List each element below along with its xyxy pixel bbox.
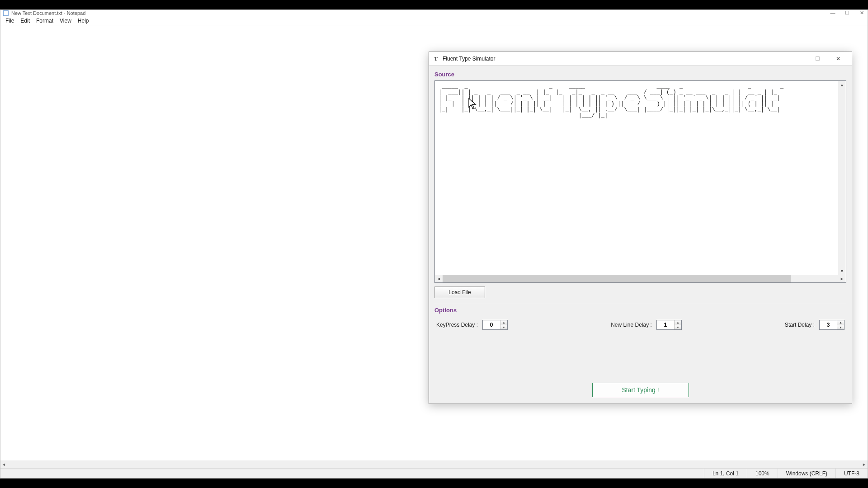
maximize-button[interactable]: ☐ [844, 10, 850, 16]
dialog-app-icon: T [433, 56, 439, 62]
newline-delay-group: New Line Delay : ▲ ▼ [611, 320, 682, 330]
close-button[interactable]: ✕ [859, 10, 865, 16]
start-delay-label: Start Delay : [785, 322, 815, 328]
spinner-up-icon[interactable]: ▲ [837, 320, 844, 325]
notepad-horizontal-scrollbar[interactable]: ◄ ► [0, 460, 868, 468]
notepad-menubar: File Edit Format View Help [0, 16, 868, 25]
status-line-ending: Windows (CRLF) [778, 469, 835, 478]
keypress-delay-label: KeyPress Delay : [436, 322, 478, 328]
status-zoom: 100% [747, 469, 778, 478]
menu-help[interactable]: Help [75, 17, 92, 25]
source-vertical-scrollbar[interactable]: ▲ ▼ [838, 81, 846, 275]
options-row: KeyPress Delay : ▲ ▼ New Line Delay : ▲ … [434, 320, 846, 330]
dialog-maximize-button: ☐ [807, 52, 828, 66]
keypress-delay-group: KeyPress Delay : ▲ ▼ [436, 320, 508, 330]
scroll-right-icon[interactable]: ► [838, 275, 846, 282]
source-ascii-art: _____ _ _ _____ ____ _ _ _ | ___|| | _ _… [439, 84, 846, 119]
spinner-up-icon[interactable]: ▲ [675, 320, 681, 325]
keypress-delay-spinner[interactable]: ▲ ▼ [482, 320, 508, 330]
scroll-thumb[interactable] [443, 275, 791, 282]
spinner-down-icon[interactable]: ▼ [837, 325, 844, 330]
spinner-down-icon[interactable]: ▼ [500, 325, 507, 330]
dialog-window-controls: — ☐ ✕ [787, 52, 848, 66]
dialog-title: Fluent Type Simulator [443, 56, 787, 62]
notepad-window-controls: — ☐ ✕ [830, 10, 865, 16]
options-section-label: Options [434, 307, 846, 314]
minimize-button[interactable]: — [830, 10, 836, 16]
start-delay-spinner[interactable]: ▲ ▼ [819, 320, 844, 330]
notepad-title: New Text Document.txt - Notepad [11, 10, 830, 16]
status-encoding: UTF-8 [835, 469, 868, 478]
notepad-statusbar: Ln 1, Col 1 100% Windows (CRLF) UTF-8 [0, 468, 868, 478]
menu-edit[interactable]: Edit [17, 17, 33, 25]
start-delay-group: Start Delay : ▲ ▼ [785, 320, 844, 330]
load-file-button[interactable]: Load File [434, 286, 485, 298]
spinner-up-icon[interactable]: ▲ [500, 320, 507, 325]
keypress-delay-input[interactable] [483, 320, 500, 329]
source-horizontal-scrollbar[interactable]: ◄ ► [435, 275, 846, 282]
scroll-down-icon[interactable]: ▼ [838, 267, 846, 275]
scroll-track[interactable] [443, 275, 838, 282]
menu-format[interactable]: Format [33, 17, 57, 25]
letterbox-bottom [0, 479, 868, 488]
start-typing-button[interactable]: Start Typing ! [592, 383, 689, 397]
spinner-down-icon[interactable]: ▼ [675, 325, 681, 330]
dialog-titlebar[interactable]: T Fluent Type Simulator — ☐ ✕ [429, 52, 852, 66]
scroll-left-icon[interactable]: ◄ [435, 275, 443, 282]
notepad-titlebar[interactable]: New Text Document.txt - Notepad — ☐ ✕ [0, 10, 868, 16]
dialog-body: Source _____ _ _ _____ ____ _ _ _ | ___|… [434, 71, 846, 376]
scroll-up-icon[interactable]: ▲ [838, 81, 846, 89]
notepad-icon [3, 10, 9, 16]
section-separator [434, 303, 846, 303]
newline-delay-spinner[interactable]: ▲ ▼ [656, 320, 682, 330]
menu-file[interactable]: File [2, 17, 17, 25]
dialog-close-button[interactable]: ✕ [828, 52, 848, 66]
scroll-right-icon[interactable]: ► [862, 462, 866, 467]
letterbox-top [0, 0, 868, 9]
fluent-type-simulator-dialog: T Fluent Type Simulator — ☐ ✕ Source ___… [429, 52, 852, 404]
scroll-left-icon[interactable]: ◄ [2, 462, 6, 467]
source-section-label: Source [434, 71, 846, 78]
status-position: Ln 1, Col 1 [704, 469, 747, 478]
newline-delay-input[interactable] [657, 320, 674, 329]
source-textbox[interactable]: _____ _ _ _____ ____ _ _ _ | ___|| | _ _… [434, 80, 846, 283]
newline-delay-label: New Line Delay : [611, 322, 652, 328]
menu-view[interactable]: View [57, 17, 75, 25]
start-delay-input[interactable] [820, 320, 837, 329]
dialog-minimize-button[interactable]: — [787, 52, 807, 66]
